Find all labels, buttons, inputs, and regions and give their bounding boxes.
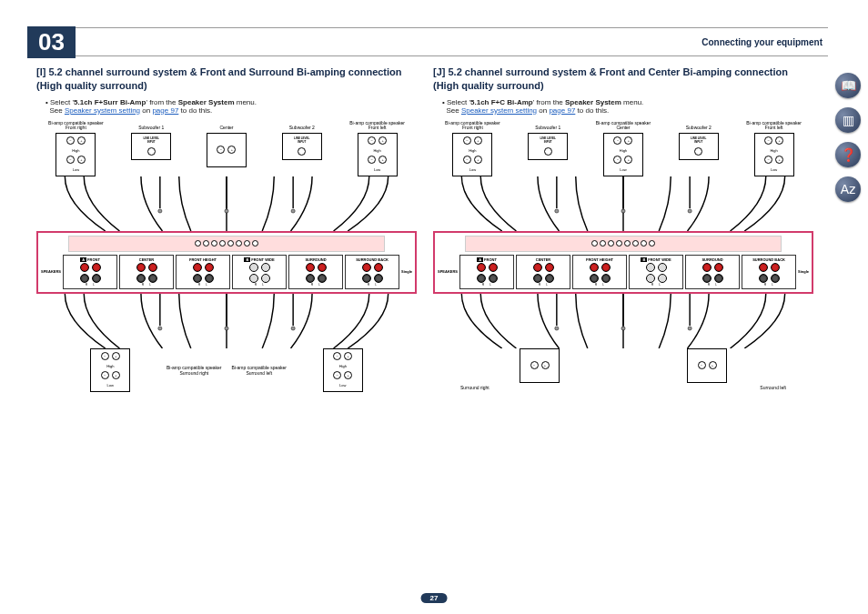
link-page-ref[interactable]: page 97 — [549, 106, 575, 115]
book-icon[interactable]: 📖 — [835, 73, 861, 98]
page-number: 27 — [421, 593, 448, 603]
svg-point-5 — [291, 327, 295, 330]
link-speaker-setting[interactable]: Speaker system setting — [461, 106, 537, 115]
svg-point-0 — [158, 209, 162, 213]
column-1: [J] 5.2 channel surround system & Front … — [433, 65, 813, 587]
az-icon[interactable]: Aᴢ — [835, 176, 861, 202]
instruction: • Select '5.1ch F+Surr Bi-Amp' from the … — [45, 98, 417, 115]
svg-point-2 — [291, 209, 295, 213]
instruction: • Select '5.1ch F+C Bi-Amp' from the Spe… — [442, 98, 813, 115]
svg-point-9 — [555, 327, 559, 330]
page-header: 03 Connecting your equipment — [27, 27, 828, 56]
receiver-panel: SPEAKERSAFRONT RLCENTER RLFRONT HEIGHT R… — [433, 231, 813, 294]
link-page-ref[interactable]: page 97 — [152, 106, 178, 115]
svg-point-1 — [225, 209, 228, 213]
receiver-panel: SPEAKERSAFRONT RLCENTER RLFRONT HEIGHT R… — [36, 231, 417, 294]
svg-point-8 — [688, 209, 691, 213]
svg-point-3 — [158, 327, 162, 330]
section-title: [J] 5.2 channel surround system & Front … — [433, 65, 813, 93]
wiring-diagram: Bi-amp compatible speakerFront right−+Hi… — [433, 120, 813, 587]
svg-point-10 — [621, 327, 625, 330]
column-0: [I] 5.2 channel surround system & Front … — [36, 65, 417, 587]
header-title: Connecting your equipment — [701, 37, 828, 47]
section-title: [I] 5.2 channel surround system & Front … — [36, 65, 417, 93]
svg-point-4 — [225, 327, 228, 330]
nav-icon-bar: 📖 ▥ ❓ Aᴢ — [835, 73, 861, 202]
help-icon[interactable]: ❓ — [835, 142, 861, 167]
link-speaker-setting[interactable]: Speaker system setting — [65, 106, 140, 115]
wiring-diagram: Bi-amp compatible speakerFront right−+Hi… — [36, 120, 417, 587]
chapter-badge: 03 — [27, 26, 76, 58]
svg-point-6 — [555, 209, 559, 213]
svg-point-7 — [621, 209, 625, 213]
panel-icon[interactable]: ▥ — [835, 107, 861, 133]
svg-point-11 — [688, 327, 691, 330]
manual-page: 03 Connecting your equipment 📖 ▥ ❓ Aᴢ [I… — [0, 0, 868, 614]
